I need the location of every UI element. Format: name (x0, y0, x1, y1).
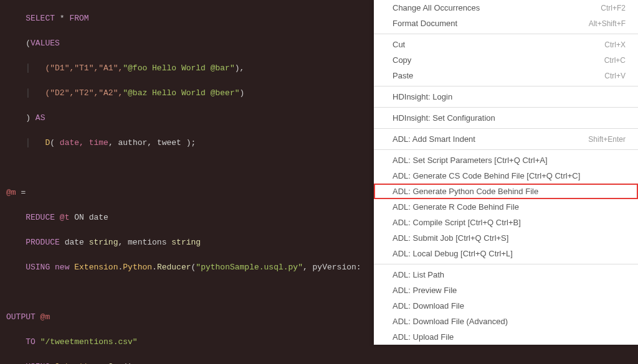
menu-item[interactable]: Change All OccurrencesCtrl+F2 (374, 0, 638, 16)
menu-item[interactable]: ADL: Compile Script [Ctrl+Q Ctrl+B] (374, 215, 638, 230)
menu-item-label: ADL: Download File (Advanced) (393, 317, 508, 326)
menu-item[interactable]: ADL: Add Smart IndentShift+Enter (374, 131, 638, 147)
menu-item[interactable]: CutCtrl+X (374, 37, 638, 52)
menu-item-label: ADL: Generate CS Code Behind File [Ctrl+… (393, 171, 580, 180)
menu-item[interactable]: ADL: Generate CS Code Behind File [Ctrl+… (374, 168, 638, 184)
menu-item-label: ADL: Generate Python Code Behind File (393, 187, 538, 196)
menu-item-label: ADL: List Path (393, 270, 444, 279)
menu-item-label: Cut (393, 40, 405, 49)
menu-item-label: ADL: Preview File (393, 286, 457, 295)
menu-item-label: Copy (393, 55, 411, 65)
menu-item-shortcut: Shift+Enter (588, 135, 626, 144)
menu-item-label: ADL: Add Smart Indent (393, 134, 475, 144)
code-editor[interactable]: SELECT * FROM (VALUES │ ("D1","T1","A1",… (0, 0, 374, 364)
menu-item-label: ADL: Compile Script [Ctrl+Q Ctrl+B] (393, 218, 521, 227)
menu-item-label: ADL: Submit Job [Ctrl+Q Ctrl+S] (393, 233, 508, 243)
menu-item[interactable]: ADL: Local Debug [Ctrl+Q Ctrl+L] (374, 246, 638, 261)
menu-item[interactable]: HDInsight: Login (374, 89, 638, 105)
menu-item[interactable]: ADL: Generate R Code Behind File (374, 199, 638, 215)
menu-item-shortcut: Ctrl+F2 (601, 4, 626, 12)
menu-separator (374, 86, 638, 86)
menu-item-label: ADL: Generate R Code Behind File (393, 202, 519, 212)
menu-item[interactable]: HDInsight: Set Configuration (374, 110, 638, 126)
menu-item-label: HDInsight: Login (393, 92, 452, 101)
menu-item[interactable]: PasteCtrl+V (374, 68, 638, 83)
menu-item-label: ADL: Set Script Parameters [Ctrl+Q Ctrl+… (393, 156, 548, 165)
menu-item-shortcut: Ctrl+C (604, 56, 626, 65)
menu-item[interactable]: ADL: List Path (374, 267, 638, 282)
context-menu: Change All OccurrencesCtrl+F2Format Docu… (374, 0, 638, 345)
menu-item-label: ADL: Download File (393, 301, 464, 310)
menu-item[interactable]: ADL: Preview File (374, 282, 638, 298)
menu-item[interactable]: ADL: Submit Job [Ctrl+Q Ctrl+S] (374, 230, 638, 246)
menu-item-label: Paste (393, 71, 413, 80)
menu-item-label: ADL: Upload File (393, 332, 454, 342)
menu-item[interactable]: ADL: Download File (Advanced) (374, 314, 638, 329)
menu-item-label: ADL: Local Debug [Ctrl+Q Ctrl+L] (393, 249, 513, 258)
menu-separator (374, 107, 638, 108)
menu-item[interactable]: ADL: Generate Python Code Behind File (374, 184, 638, 199)
menu-item[interactable]: ADL: Set Script Parameters [Ctrl+Q Ctrl+… (374, 152, 638, 168)
menu-separator (374, 128, 638, 129)
menu-item-shortcut: Ctrl+X (604, 40, 626, 49)
menu-item-shortcut: Alt+Shift+F (589, 19, 626, 28)
menu-separator (374, 34, 638, 34)
menu-item-label: Change All Occurrences (393, 3, 480, 12)
menu-item-shortcut: Ctrl+V (604, 72, 626, 80)
menu-item[interactable]: ADL: Download File (374, 298, 638, 314)
menu-item[interactable]: ADL: Upload File (374, 329, 638, 345)
menu-separator (374, 149, 638, 150)
menu-item-label: HDInsight: Set Configuration (393, 113, 495, 123)
menu-item-label: Format Document (393, 19, 457, 28)
menu-item[interactable]: CopyCtrl+C (374, 52, 638, 68)
menu-item[interactable]: Format DocumentAlt+Shift+F (374, 16, 638, 31)
menu-separator (374, 264, 638, 264)
